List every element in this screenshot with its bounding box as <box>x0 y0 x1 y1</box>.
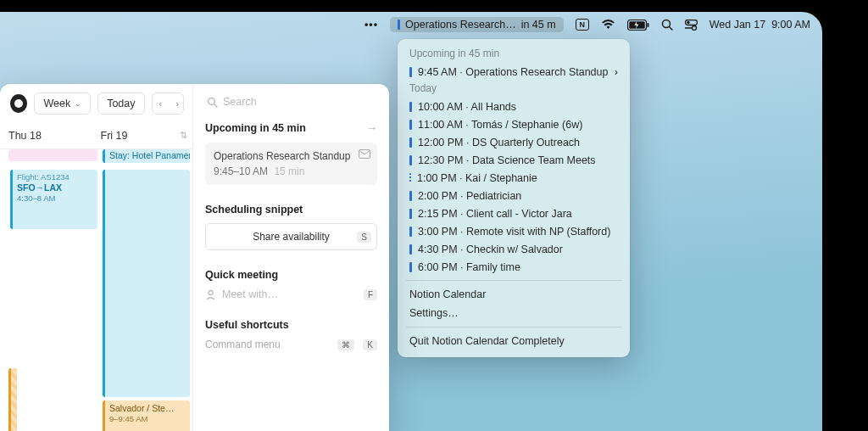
dropdown-upcoming-event[interactable]: 9:45 AM · Operations Research Standup › <box>398 63 630 81</box>
svg-rect-2 <box>647 23 648 27</box>
event-label: 3:00 PM · Remote visit with NP (Stafford… <box>418 226 610 238</box>
avatar[interactable] <box>10 94 27 113</box>
nav-arrows: ‹ › <box>152 92 185 115</box>
control-center-icon[interactable] <box>685 20 698 31</box>
sync-icon: ⇅ <box>180 130 187 141</box>
open-settings[interactable]: Settings… <box>398 304 630 322</box>
event-label: 6:00 PM · Family time <box>418 261 520 273</box>
meet-with-field[interactable]: Meet with… F <box>205 288 377 300</box>
open-notion-calendar[interactable]: Notion Calendar <box>398 285 630 304</box>
notion-app-icon[interactable]: N <box>576 19 589 31</box>
event-color-bar <box>409 137 412 148</box>
event-block[interactable] <box>103 170 190 397</box>
calendar-grid[interactable]: Flight: AS1234 SFO→LAX 4:30–8 AM Operati… <box>0 149 192 431</box>
event-salvador[interactable]: Salvador / Ste… 9–9:45 AM <box>103 400 190 431</box>
meet-placeholder: Meet with… <box>222 288 278 300</box>
event-label: 12:30 PM · Data Science Team Meets <box>418 154 596 166</box>
dropdown-event-row[interactable]: 6:00 PM · Family time <box>398 258 630 276</box>
day-header-thu[interactable]: Thu 18 <box>8 123 101 148</box>
calendar-toolbar: Week ⌄ Today ‹ › <box>0 84 192 123</box>
shortcut-label: Command menu <box>205 339 281 350</box>
search-placeholder: Search <box>223 96 257 108</box>
upcoming-head: Upcoming in 45 min <box>205 122 306 134</box>
menubar-date[interactable]: Wed Jan 17 9:00 AM <box>709 19 810 31</box>
event-label: 2:15 PM · Client call - Victor Jara <box>418 208 572 220</box>
card-duration: 15 min <box>274 165 304 177</box>
menubar: ••• Operations Research… in 45 m N Wed J… <box>364 17 810 32</box>
dropdown-event-row[interactable]: 10:00 AM · All Hands <box>398 98 630 115</box>
share-availability-button[interactable]: Share availability S <box>205 223 377 250</box>
dropdown-upcoming-head: Upcoming in 45 min <box>398 46 630 63</box>
prev-button[interactable]: ‹ <box>153 93 170 114</box>
chevron-right-icon: › <box>615 66 618 78</box>
pill-time: in 45 m <box>521 19 556 31</box>
next-event-pill[interactable]: Operations Research… in 45 m <box>390 17 564 32</box>
event-color-bar <box>409 67 412 77</box>
search-icon <box>207 97 218 108</box>
svg-point-12 <box>209 290 213 294</box>
shortcuts-head: Useful shortcuts <box>205 319 377 331</box>
pill-title: Operations Research… <box>405 19 516 31</box>
dropdown-today-head: Today <box>398 81 630 98</box>
dropdown-event-row[interactable]: 2:15 PM · Client call - Victor Jara <box>398 204 630 222</box>
dropdown-event-row[interactable]: 1:00 PM · Kai / Stephanie <box>398 169 630 187</box>
mail-icon[interactable] <box>359 149 370 161</box>
upcoming-card[interactable]: Operations Research Standup 9:45–10 AM 1… <box>205 143 377 185</box>
event-label: 10:00 AM · All Hands <box>418 101 516 113</box>
svg-line-4 <box>669 27 672 31</box>
event-color-bar <box>398 20 400 30</box>
spotlight-icon[interactable] <box>661 19 673 31</box>
event-color-bar <box>409 173 411 183</box>
event-color-bar <box>409 102 412 112</box>
keycap: S <box>357 232 371 243</box>
calendar-window: Week ⌄ Today ‹ › Thu 18 Fri 19 ⇅ <box>0 84 389 431</box>
dropdown-event-row[interactable]: 12:30 PM · Data Science Team Meets <box>398 151 630 169</box>
event-color-bar <box>409 155 412 165</box>
dropdown-event-row[interactable]: 4:30 PM · Checkin w/ Salvador <box>398 240 630 258</box>
svg-line-10 <box>214 104 218 107</box>
event-flight[interactable]: Flight: AS1234 SFO→LAX 4:30–8 AM <box>10 170 97 229</box>
event-color-bar <box>409 120 412 130</box>
dropdown-event-row[interactable]: 12:00 PM · DS Quarterly Outreach <box>398 133 630 151</box>
event-label: 11:00 AM · Tomás / Stephanie (6w) <box>418 119 582 131</box>
event-color-bar <box>409 244 412 255</box>
snippet-head: Scheduling snippet <box>205 204 377 216</box>
card-title: Operations Research Standup <box>214 150 369 162</box>
svg-point-7 <box>692 25 696 30</box>
dropdown-event-row[interactable]: 2:00 PM · Pediatrician <box>398 187 630 204</box>
dropdown-event-row[interactable]: 11:00 AM · Tomás / Stephanie (6w) <box>398 115 630 133</box>
keycap: ⌘ <box>337 339 354 350</box>
search-field[interactable]: Search <box>205 96 377 121</box>
arrow-right-icon[interactable]: → <box>366 121 377 134</box>
menu-extras-icon[interactable]: ••• <box>364 19 378 31</box>
today-button[interactable]: Today <box>97 92 144 115</box>
menubar-dropdown: Upcoming in 45 min 9:45 AM · Operations … <box>398 39 630 357</box>
quick-meeting-head: Quick meeting <box>205 269 377 281</box>
event-label: 12:00 PM · DS Quarterly Outreach <box>418 137 580 148</box>
keycap: K <box>363 339 377 350</box>
day-header-fri[interactable]: Fri 19 ⇅ <box>101 123 193 148</box>
keycap: F <box>364 289 377 300</box>
card-time: 9:45–10 AM <box>214 165 268 177</box>
event-label: 2:00 PM · Pediatrician <box>418 190 521 202</box>
battery-icon[interactable] <box>627 20 649 31</box>
event-color-bar <box>409 262 412 272</box>
event-color-bar <box>409 191 412 201</box>
dropdown-event-row[interactable]: 3:00 PM · Remote visit with NP (Stafford… <box>398 222 630 240</box>
event-label: 1:00 PM · Kai / Stephanie <box>417 172 537 184</box>
event-color-bar <box>409 227 412 237</box>
event-color-bar <box>409 209 412 219</box>
view-selector[interactable]: Week ⌄ <box>34 92 91 115</box>
event-label: 4:30 PM · Checkin w/ Salvador <box>418 243 563 255</box>
event-stay[interactable]: Stay: Hotel Panamer <box>103 149 190 163</box>
person-icon <box>205 289 216 300</box>
event-striped[interactable] <box>8 368 17 431</box>
wifi-icon[interactable] <box>601 20 615 30</box>
next-button[interactable]: › <box>169 93 184 114</box>
chevron-down-icon: ⌄ <box>75 99 81 108</box>
svg-point-6 <box>687 20 689 23</box>
quit-app[interactable]: Quit Notion Calendar Completely <box>398 332 630 350</box>
shortcut-row: Command menu ⌘ K <box>205 339 377 350</box>
